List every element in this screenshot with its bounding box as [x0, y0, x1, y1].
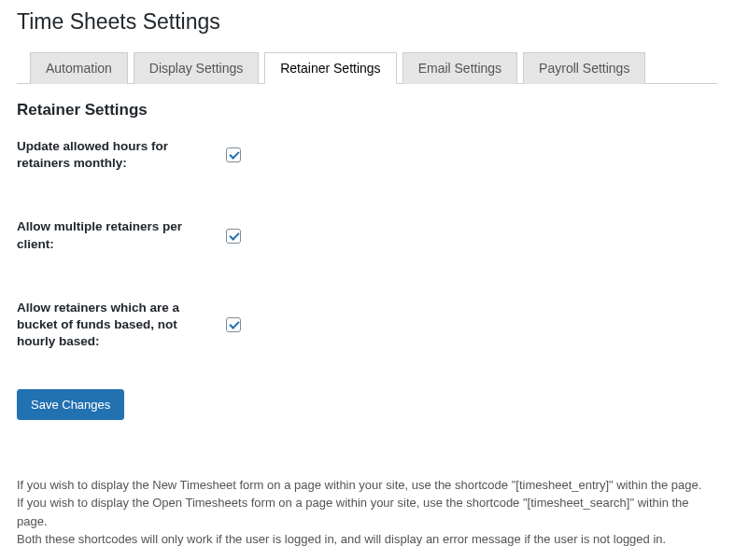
help-line-shortcode-entry: If you wish to display the New Timesheet… [17, 476, 717, 549]
checkbox-multiple-retainers[interactable] [226, 229, 241, 244]
page-title: Time Sheets Settings [17, 9, 717, 35]
setting-label: Allow multiple retainers per client: [17, 218, 222, 252]
save-button[interactable]: Save Changes [17, 389, 124, 420]
checkbox-wrap [222, 226, 244, 246]
checkbox-update-hours-monthly[interactable] [226, 147, 241, 162]
setting-update-hours-monthly: Update allowed hours for retainers month… [17, 138, 717, 172]
checkbox-wrap [222, 315, 244, 335]
setting-label: Update allowed hours for retainers month… [17, 138, 222, 172]
tab-automation[interactable]: Automation [30, 52, 128, 84]
section-title: Retainer Settings [17, 101, 717, 119]
help-text: If you wish to display the New Timesheet… [17, 476, 717, 560]
setting-multiple-retainers: Allow multiple retainers per client: [17, 218, 717, 252]
tab-display-settings[interactable]: Display Settings [134, 52, 259, 84]
checkbox-bucket-of-funds[interactable] [226, 317, 241, 332]
tab-payroll-settings[interactable]: Payroll Settings [523, 52, 645, 84]
checkbox-wrap [222, 145, 244, 165]
setting-bucket-of-funds: Allow retainers which are a bucket of fu… [17, 300, 717, 351]
setting-label: Allow retainers which are a bucket of fu… [17, 300, 222, 351]
tab-retainer-settings[interactable]: Retainer Settings [264, 52, 396, 84]
tab-nav: Automation Display Settings Retainer Set… [17, 51, 717, 84]
tab-email-settings[interactable]: Email Settings [402, 52, 517, 84]
